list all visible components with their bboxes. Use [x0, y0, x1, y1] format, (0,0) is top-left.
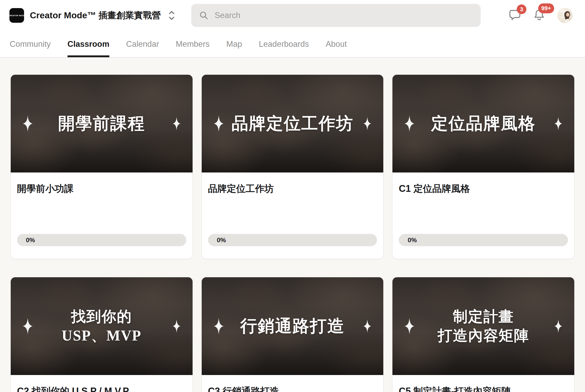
community-logo[interactable]: CREATOR MODE — [9, 8, 24, 23]
avatar-photo — [557, 8, 572, 23]
community-logo-text: CREATOR MODE — [8, 15, 25, 16]
progress-bar: 0% — [17, 234, 186, 246]
course-card-body: C5 制定計畫-打造內容矩陣 — [392, 375, 574, 392]
tab-map[interactable]: Map — [226, 31, 242, 57]
chat-button[interactable]: 3 — [509, 9, 521, 22]
course-title: C2 找到你的 U.S.P / M.V.P — [17, 385, 186, 392]
course-title: C1 定位品牌風格 — [399, 183, 568, 194]
cover-title: 定位品牌風格 — [431, 113, 536, 134]
search-bar[interactable] — [191, 4, 481, 27]
course-card-3[interactable]: 定位品牌風格 C1 定位品牌風格 0% — [392, 74, 575, 259]
course-card-body: C1 定位品牌風格 0% — [392, 172, 574, 259]
sparkle-icon — [404, 318, 414, 335]
course-cover-1: 開學前課程 — [11, 75, 193, 172]
sparkle-icon — [404, 115, 414, 132]
sparkle-icon — [23, 115, 33, 132]
community-switcher-button[interactable] — [168, 10, 176, 21]
tab-about[interactable]: About — [326, 31, 347, 57]
sparkle-icon — [173, 117, 181, 130]
course-card-body: 品牌定位工作坊 0% — [202, 172, 384, 259]
cover-title: 行銷通路打造 — [240, 316, 345, 336]
progress-label: 0% — [26, 237, 35, 244]
tab-members[interactable]: Members — [176, 31, 210, 57]
course-title: C3 行銷通路打造 — [208, 385, 377, 392]
course-card-4[interactable]: 找到你的USP、MVP C2 找到你的 U.S.P / M.V.P — [10, 277, 193, 392]
cover-title: 找到你的USP、MVP — [62, 307, 142, 345]
tab-calendar[interactable]: Calendar — [126, 31, 159, 57]
course-cover-2: 品牌定位工作坊 — [202, 75, 384, 172]
course-grid: 開學前課程 開學前小功課 0% 品牌定位工作坊 品牌定位工作坊 — [10, 74, 575, 392]
sparkle-icon — [554, 117, 562, 130]
sparkle-icon — [363, 319, 371, 333]
course-card-body: C2 找到你的 U.S.P / M.V.P — [11, 375, 193, 392]
course-cover-5: 行銷通路打造 — [202, 277, 384, 375]
sparkle-icon — [554, 319, 562, 333]
course-card-body: 開學前小功課 0% — [11, 172, 193, 259]
notifications-badge: 99+ — [538, 3, 554, 13]
sparkle-icon — [214, 318, 224, 335]
cover-title: 制定計畫打造內容矩陣 — [438, 307, 529, 345]
course-card-2[interactable]: 品牌定位工作坊 品牌定位工作坊 0% — [201, 74, 384, 259]
course-title: 開學前小功課 — [17, 183, 186, 194]
header: CREATOR MODE Creator Mode™ 插畫創業實戰營 3 — [0, 0, 585, 58]
course-card-6[interactable]: 制定計畫打造內容矩陣 C5 制定計畫-打造內容矩陣 — [392, 277, 575, 392]
chat-unread-badge: 3 — [517, 4, 526, 14]
course-cover-4: 找到你的USP、MVP — [11, 277, 193, 375]
progress-bar: 0% — [399, 234, 568, 246]
header-actions: 3 99+ — [509, 8, 572, 23]
nav-tabs: Community Classroom Calendar Members Map… — [0, 31, 585, 57]
course-cover-3: 定位品牌風格 — [392, 75, 574, 172]
cover-title: 品牌定位工作坊 — [232, 113, 353, 134]
tab-classroom[interactable]: Classroom — [68, 31, 109, 57]
tab-community[interactable]: Community — [10, 31, 51, 57]
progress-label: 0% — [408, 237, 417, 244]
sparkle-icon — [23, 318, 33, 335]
course-card-body: C3 行銷通路打造 — [202, 375, 384, 392]
avatar[interactable] — [557, 8, 572, 23]
progress-bar: 0% — [208, 234, 377, 246]
sparkle-icon — [214, 115, 224, 132]
sparkle-icon — [173, 319, 181, 333]
course-title: 品牌定位工作坊 — [208, 183, 377, 194]
progress-label: 0% — [217, 237, 226, 244]
course-title: C5 制定計畫-打造內容矩陣 — [399, 385, 568, 392]
notifications-button[interactable]: 99+ — [533, 8, 545, 22]
community-title: Creator Mode™ 插畫創業實戰營 — [30, 9, 161, 21]
top-bar: CREATOR MODE Creator Mode™ 插畫創業實戰營 3 — [0, 0, 585, 31]
classroom-content: 開學前課程 開學前小功課 0% 品牌定位工作坊 品牌定位工作坊 — [0, 58, 585, 392]
search-input[interactable] — [215, 11, 473, 20]
sparkle-icon — [363, 117, 371, 130]
chevron-up-down-icon — [168, 10, 176, 21]
course-cover-6: 制定計畫打造內容矩陣 — [392, 277, 574, 375]
course-card-5[interactable]: 行銷通路打造 C3 行銷通路打造 — [201, 277, 384, 392]
search-icon — [199, 10, 209, 20]
tab-leaderboards[interactable]: Leaderboards — [259, 31, 309, 57]
course-card-1[interactable]: 開學前課程 開學前小功課 0% — [10, 74, 193, 259]
cover-title: 開學前課程 — [58, 113, 145, 134]
